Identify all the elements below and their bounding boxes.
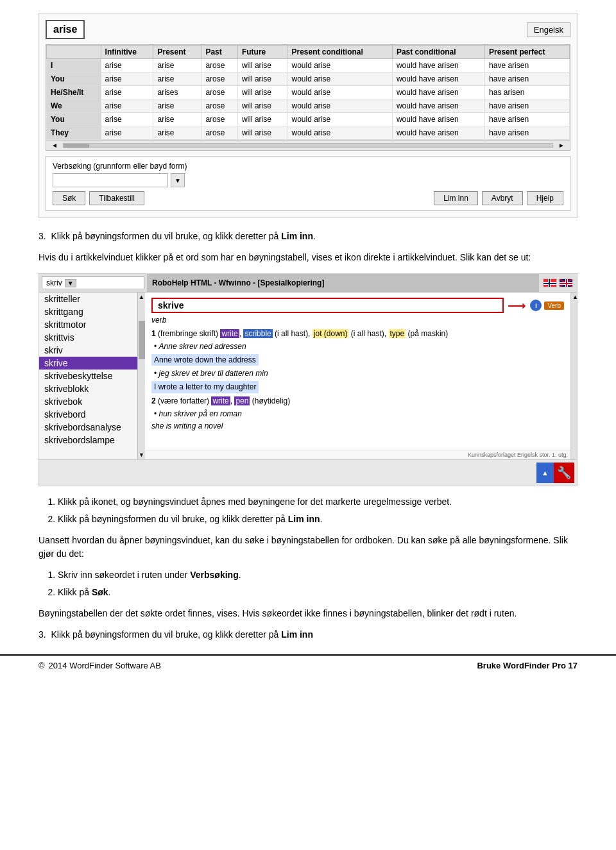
scroll-track[interactable] bbox=[63, 143, 553, 148]
verb-search-input[interactable] bbox=[53, 173, 168, 187]
conjugation-section: arise Engelsk Infinitive Present Past Fu… bbox=[38, 13, 578, 218]
uk-flag-icon bbox=[559, 278, 573, 287]
future-cell: will arise bbox=[237, 126, 287, 140]
word-list-item[interactable]: skrittmotor bbox=[39, 318, 137, 331]
word-list-item[interactable]: skrittgang bbox=[39, 305, 137, 318]
left-button-group: Søk Tilbakestill bbox=[53, 191, 144, 205]
para3-text: Bøyningstabellen der det søkte ordet fin… bbox=[38, 607, 578, 620]
inner-step2-rest: . bbox=[108, 587, 111, 597]
definition-panel: skrive ⟶ i Verb verb 1 (frembringe skrif… bbox=[145, 293, 570, 450]
inner-step2-bold: Søk bbox=[92, 587, 108, 597]
past-cond-cell: would have arisen bbox=[392, 86, 484, 99]
present-cell: arise bbox=[153, 113, 201, 126]
table-header-row: Infinitive Present Past Future Present c… bbox=[47, 46, 570, 59]
past-cell: arose bbox=[201, 59, 238, 72]
copyright-text: 2014 WordFinder Software AB bbox=[49, 661, 161, 670]
pres-cond-cell: would arise bbox=[287, 99, 392, 113]
past-cell: arose bbox=[201, 86, 238, 99]
word-list-item[interactable]: skrivebok bbox=[39, 395, 137, 408]
definition-area: skrive ⟶ i Verb verb 1 (frembringe skrif… bbox=[145, 293, 570, 459]
footer-copyright: © 2014 WordFinder Software AB bbox=[38, 661, 161, 670]
past-cell: arose bbox=[201, 113, 238, 126]
scroll-left-arrow[interactable]: ◄ bbox=[49, 142, 60, 149]
final-step3: 3. Klikk på bøyningsformen du vil bruke,… bbox=[38, 628, 578, 642]
word-list-item[interactable]: skrivebordslampe bbox=[39, 434, 137, 446]
table-row[interactable]: They arise arise arose will arise would … bbox=[47, 126, 570, 140]
def-arrow-icon: ⟶ bbox=[508, 298, 526, 313]
word-list-item[interactable]: skritteller bbox=[39, 293, 137, 305]
pres-perf-cell: has arisen bbox=[485, 86, 570, 99]
def-maskin: (på maskin) bbox=[408, 329, 449, 338]
language-button[interactable]: Engelsk bbox=[527, 22, 570, 37]
word-list-item[interactable]: skrivebeskyttelse bbox=[39, 370, 137, 382]
def-scroll-up[interactable]: ▲ bbox=[571, 293, 577, 302]
para1-text: Hvis du i artikkelvinduet klikker på et … bbox=[38, 251, 578, 264]
footer-page-label: Bruke WordFinder Pro bbox=[477, 661, 565, 670]
col-pres-perf: Present perfect bbox=[485, 46, 570, 59]
word-list-item[interactable]: skriv bbox=[39, 344, 137, 357]
article-title-bar: RoboHelp HTML - Wfwinno - [Spesialkopier… bbox=[147, 274, 539, 292]
article-search-text: skriv bbox=[46, 278, 62, 287]
def-write-highlight: write bbox=[220, 329, 239, 338]
scroll-right-arrow[interactable]: ► bbox=[556, 142, 567, 149]
search-dropdown-arrow[interactable]: ▼ bbox=[171, 173, 185, 187]
lim-inn-button[interactable]: Lim inn bbox=[434, 191, 478, 205]
pres-perf-cell: have arisen bbox=[485, 59, 570, 72]
definition-scrollbar[interactable]: ▲ bbox=[570, 293, 577, 459]
example3-no: • hun skriver på en roman bbox=[151, 409, 564, 420]
final-step3-bold: Lim inn bbox=[281, 629, 313, 640]
word-list-item[interactable]: skrivebord bbox=[39, 408, 137, 421]
future-cell: will arise bbox=[237, 86, 287, 99]
table-row[interactable]: I arise arise arose will arise would ari… bbox=[47, 59, 570, 72]
article-dropdown-button[interactable]: ▼ bbox=[65, 279, 76, 287]
inner-list-item-2: Klikk på Søk. bbox=[58, 586, 578, 599]
word-list-panel: skrittellerskrittgangskrittmotorskrittvi… bbox=[39, 293, 145, 459]
def-line-1: 1 (frembringe skrift) write, scribble (i… bbox=[151, 328, 564, 339]
sok-button[interactable]: Søk bbox=[53, 191, 85, 205]
word-list-item[interactable]: skrive bbox=[39, 357, 137, 370]
def-num1: 1 bbox=[151, 329, 156, 338]
tilbakestill-button[interactable]: Tilbakestill bbox=[89, 191, 144, 205]
avbryt-button[interactable]: Avbryt bbox=[482, 191, 523, 205]
def-type-highlight: type bbox=[389, 329, 406, 338]
verb-label: Verb bbox=[544, 302, 564, 310]
table-row[interactable]: You arise arise arose will arise would a… bbox=[47, 72, 570, 86]
past-cond-cell: would have arisen bbox=[392, 99, 484, 113]
hjelp-button[interactable]: Hjelp bbox=[527, 191, 563, 205]
word-list-container: skrittellerskrittgangskrittmotorskrittvi… bbox=[39, 293, 137, 446]
steps-list: Klikk på ikonet, og bøyningsvinduet åpne… bbox=[58, 495, 578, 526]
word-list-item[interactable]: skriveblokk bbox=[39, 382, 137, 395]
def-scribble-highlight: scribble bbox=[243, 329, 272, 338]
def-rest1: (i all hast), bbox=[275, 329, 312, 338]
pres-perf-cell: have arisen bbox=[485, 99, 570, 113]
list-item-1: Klikk på ikonet, og bøyningsvinduet åpne… bbox=[58, 495, 578, 509]
article-search-field: skriv ▼ bbox=[42, 276, 144, 289]
word-list-item[interactable]: skrittvis bbox=[39, 331, 137, 344]
example2-en: I wrote a letter to my daughter bbox=[151, 380, 564, 394]
word-list-scrollbar[interactable]: ▲ ▼ bbox=[137, 293, 145, 459]
article-nav-button[interactable]: ▲ bbox=[536, 463, 554, 483]
inner-step1-text: Skriv inn søkeordet i ruten under bbox=[58, 570, 190, 580]
horizontal-scrollbar[interactable]: ◄ ► bbox=[46, 140, 570, 150]
flag-icons bbox=[539, 274, 577, 292]
search-label: Verbsøking (grunnform eller bøyd form) bbox=[53, 162, 563, 171]
col-subject bbox=[47, 46, 101, 59]
def-write2-highlight: write bbox=[211, 396, 230, 405]
table-row[interactable]: He/She/It arise arises arose will arise … bbox=[47, 86, 570, 99]
scrollbar-thumb[interactable] bbox=[139, 321, 145, 359]
present-cell: arise bbox=[153, 72, 201, 86]
para2-text: Uansett hvordan du åpner bøyningsvinduet… bbox=[38, 534, 578, 561]
subject-cell: You bbox=[47, 72, 101, 86]
table-row[interactable]: We arise arise arose will arise would ar… bbox=[47, 99, 570, 113]
tool-icon[interactable]: 🔧 bbox=[554, 463, 574, 483]
def-num2: 2 bbox=[151, 396, 156, 405]
step2-bold: Lim inn bbox=[288, 514, 320, 524]
article-content-area: skrittellerskrittgangskrittmotorskrittvi… bbox=[39, 293, 577, 459]
table-row[interactable]: You arise arise arose will arise would a… bbox=[47, 113, 570, 126]
word-list-item[interactable]: skrivebordsanalyse bbox=[39, 421, 137, 434]
future-cell: will arise bbox=[237, 99, 287, 113]
col-past: Past bbox=[201, 46, 238, 59]
info-icon[interactable]: i bbox=[530, 300, 542, 311]
conj-table-body: I arise arise arose will arise would ari… bbox=[47, 59, 570, 140]
present-cell: arise bbox=[153, 59, 201, 72]
